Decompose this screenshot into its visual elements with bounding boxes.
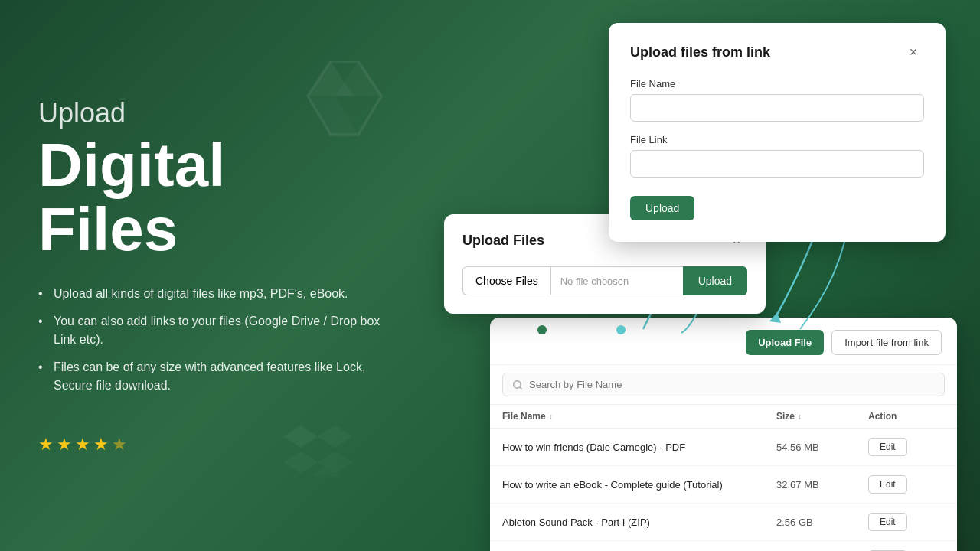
file-manager-panel: Upload File Import file from link File N… — [490, 318, 957, 551]
edit-button[interactable]: Edit — [868, 513, 907, 531]
file-name-label: File Name — [630, 78, 924, 90]
modal-link-title: Upload files from link — [630, 44, 770, 60]
edit-button[interactable]: Edit — [868, 438, 907, 456]
search-bar — [490, 365, 957, 405]
action-cell: Edit — [868, 475, 945, 494]
file-link-group: File Link — [630, 134, 924, 178]
feature-item-2: You can also add links to your files (Go… — [38, 312, 406, 349]
file-link-label: File Link — [630, 134, 924, 145]
col-action: Action — [868, 411, 945, 422]
modal-files-upload-button[interactable]: Upload — [683, 266, 747, 295]
file-name-input[interactable] — [630, 94, 924, 122]
import-link-button[interactable]: Import file from link — [831, 330, 942, 355]
edit-button[interactable]: Edit — [868, 475, 907, 494]
main-title: Digital Files — [38, 133, 406, 262]
connector-dot-1 — [537, 325, 547, 334]
sort-icon-size: ↕ — [798, 412, 802, 421]
modal-link-close-button[interactable]: × — [903, 41, 924, 63]
file-table-body: How to win friends (Dale Carnegie) - PDF… — [490, 429, 957, 551]
star-5: ★ — [112, 435, 127, 455]
table-header: File Name ↕ Size ↕ Action — [490, 405, 957, 429]
file-name-cell: How to write an eBook - Complete guide (… — [502, 479, 776, 491]
file-name-group: File Name — [630, 78, 924, 122]
file-name-cell: How to win friends (Dale Carnegie) - PDF — [502, 442, 776, 453]
col-size: Size ↕ — [776, 411, 868, 422]
action-cell: Edit — [868, 438, 945, 456]
star-1: ★ — [38, 435, 54, 455]
feature-item-1: Upload all kinds of digital files like m… — [38, 285, 406, 303]
modal-link-header: Upload files from link × — [630, 41, 924, 63]
file-upload-row: Choose Files No file choosen Upload — [462, 266, 747, 295]
file-name-cell: Ableton Sound Pack - Part I (ZIP) — [502, 517, 776, 528]
choose-files-button[interactable]: Choose Files — [462, 266, 550, 295]
table-row: Ableton Sound Pack - Part I (ZIP) 2.56 G… — [490, 504, 957, 541]
modal-files-title: Upload Files — [462, 233, 544, 249]
file-size-cell: 2.56 GB — [776, 517, 868, 528]
svg-point-7 — [514, 380, 521, 387]
upload-file-button[interactable]: Upload File — [746, 330, 824, 355]
col-file-name: File Name ↕ — [502, 411, 776, 422]
left-panel: Upload Digital Files Upload all kinds of… — [0, 0, 444, 551]
feature-list: Upload all kinds of digital files like m… — [38, 285, 406, 404]
action-cell: Edit — [868, 513, 945, 531]
sort-icon-name: ↕ — [549, 412, 553, 421]
table-row: How to write an eBook - Complete guide (… — [490, 466, 957, 504]
file-size-cell: 54.56 MB — [776, 442, 868, 453]
modal-link-upload-button[interactable]: Upload — [630, 196, 694, 220]
star-rating: ★ ★ ★ ★ ★ — [38, 435, 406, 455]
file-manager-header: Upload File Import file from link — [490, 318, 957, 365]
table-row: Grow your YouTube channel (Tutorial) - M… — [490, 541, 957, 551]
modal-upload-link: Upload files from link × File Name File … — [609, 23, 946, 242]
upload-label: Upload — [38, 96, 406, 129]
star-3: ★ — [75, 435, 90, 455]
star-4: ★ — [93, 435, 109, 455]
file-link-input[interactable] — [630, 150, 924, 178]
file-size-cell: 32.67 MB — [776, 479, 868, 491]
search-input-wrapper — [502, 373, 945, 396]
star-2: ★ — [57, 435, 72, 455]
feature-item-3: Files can be of any size with advanced f… — [38, 358, 406, 395]
svg-line-8 — [520, 386, 522, 389]
no-file-text: No file choosen — [550, 266, 683, 295]
table-row: How to win friends (Dale Carnegie) - PDF… — [490, 429, 957, 466]
search-input[interactable] — [529, 379, 935, 390]
connector-dot-2 — [616, 325, 626, 334]
search-icon — [512, 380, 523, 390]
right-area: Upload files from link × File Name File … — [444, 0, 980, 551]
